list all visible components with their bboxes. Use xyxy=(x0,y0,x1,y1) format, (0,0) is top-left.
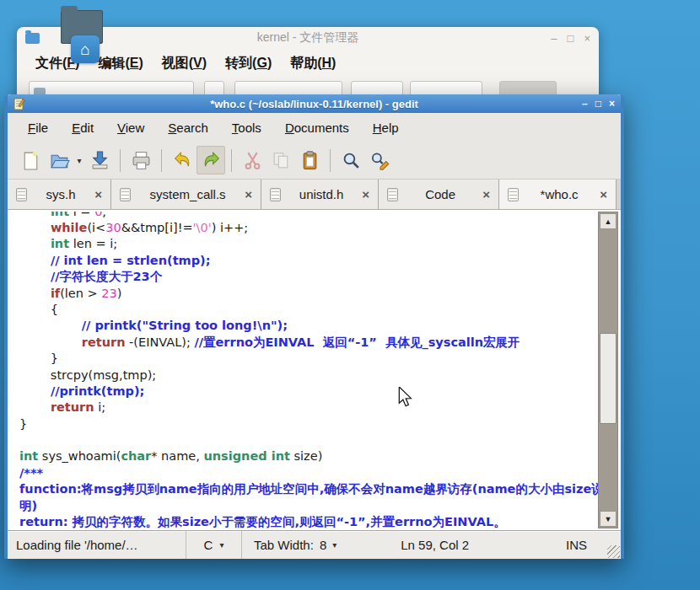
close-icon[interactable]: × xyxy=(584,32,590,45)
gedit-statusbar: Loading file '/home/… C ▾ Tab Width: 8 ▾… xyxy=(8,530,621,559)
tab-close-icon[interactable]: × xyxy=(362,187,369,201)
resize-grip[interactable] xyxy=(607,545,620,558)
code-line: int sys_whoami(char* name, unsigned int … xyxy=(19,448,597,464)
code-line: if(len > 23) xyxy=(19,286,597,302)
tab-close-icon[interactable]: × xyxy=(482,187,490,201)
gedit-title: *who.c (~/oslab/linux-0.11/kernel) - ged… xyxy=(8,98,621,110)
paste-icon[interactable] xyxy=(295,146,324,174)
code-line: function:将msg拷贝到name指向的用户地址空间中,确保不会对name… xyxy=(19,481,597,497)
menu-item-f[interactable]: File xyxy=(16,117,60,138)
menu-item-d[interactable]: Documents xyxy=(273,117,361,138)
code-line: return: 拷贝的字符数。如果size小于需要的空间,则返回“-1”,并置e… xyxy=(19,514,597,530)
chevron-down-icon: ▾ xyxy=(332,540,337,550)
input-mode: INS xyxy=(566,538,587,552)
tab-system_call.s[interactable]: system_call.s× xyxy=(111,180,261,209)
language-selector[interactable]: C ▾ xyxy=(186,531,242,559)
minimize-icon[interactable]: – xyxy=(582,98,588,110)
toolbar-separator xyxy=(120,149,121,172)
code-line: } xyxy=(19,416,597,432)
gedit-toolbar: ▾ xyxy=(8,142,621,180)
code-line: // printk("String too long!\n"); xyxy=(19,318,597,334)
menu-item-h[interactable]: Help xyxy=(361,117,411,138)
code-line: //printk(tmp); xyxy=(19,384,597,400)
mouse-arrow-icon xyxy=(396,387,413,407)
menu-item-e[interactable]: Edit xyxy=(60,117,105,138)
new-document-icon[interactable] xyxy=(16,146,45,174)
copy-icon xyxy=(267,146,295,174)
close-icon[interactable]: × xyxy=(609,98,615,110)
code-line: return -(EINVAL); //置errno为EINVAL 返回“-1”… xyxy=(19,335,597,351)
code-line: /*** xyxy=(19,465,597,481)
tab-unistd.h[interactable]: unistd.h× xyxy=(261,180,379,209)
find-icon[interactable] xyxy=(337,146,365,174)
minimize-icon[interactable]: – xyxy=(551,32,557,45)
tab-sys.h[interactable]: sys.h× xyxy=(8,180,111,209)
gedit-tabbar: sys.h×system_call.s×unistd.h×Code×*who.c… xyxy=(8,180,621,210)
document-icon xyxy=(387,188,398,201)
folder-icon xyxy=(25,33,40,44)
toolbar-separator xyxy=(330,149,331,172)
menu-item-v[interactable]: 视图(V) xyxy=(155,53,213,74)
menu-item-h[interactable]: 帮助(H) xyxy=(283,53,342,74)
code-line: return i; xyxy=(19,400,597,416)
code-editor-content: int i = 0; while(i<30&&tmp[i]!='\0') i++… xyxy=(8,212,597,530)
code-line: { xyxy=(19,302,597,318)
save-icon[interactable] xyxy=(85,146,114,174)
gedit-titlebar[interactable]: *who.c (~/oslab/linux-0.11/kernel) - ged… xyxy=(8,94,621,113)
tab-close-icon[interactable]: × xyxy=(600,187,607,201)
gedit-notepad-icon xyxy=(13,97,25,110)
redo-icon[interactable] xyxy=(197,146,225,174)
open-dropdown-icon[interactable]: ▾ xyxy=(73,156,85,165)
status-loading-message: Loading file '/home/… xyxy=(8,531,186,559)
toolbar-separator xyxy=(161,149,162,172)
cut-icon xyxy=(238,146,267,174)
scroll-down-icon[interactable]: ▼ xyxy=(600,511,617,527)
scrollbar-thumb[interactable] xyxy=(600,333,617,424)
code-line: int len = i; xyxy=(19,236,597,252)
scroll-up-icon[interactable]: ▲ xyxy=(600,213,617,229)
code-line: while(i<30&&tmp[i]!='\0') i++; xyxy=(19,220,597,236)
chevron-down-icon: ▾ xyxy=(219,540,223,550)
menu-item-t[interactable]: Tools xyxy=(220,117,273,138)
tab-label: sys.h xyxy=(34,187,88,201)
document-icon xyxy=(120,188,131,201)
print-icon[interactable] xyxy=(127,146,155,174)
maximize-icon[interactable]: □ xyxy=(568,32,574,45)
code-line: // int len = strlen(tmp); xyxy=(19,253,597,269)
menu-item-s[interactable]: Search xyxy=(156,117,220,138)
tab-label: *who.c xyxy=(525,187,593,201)
code-line xyxy=(19,432,597,448)
tab-label: unistd.h xyxy=(288,187,355,201)
gedit-window: *who.c (~/oslab/linux-0.11/kernel) - ged… xyxy=(4,94,624,559)
undo-icon[interactable] xyxy=(168,146,197,174)
menu-item-g[interactable]: 转到(G) xyxy=(218,53,278,74)
code-line: int i = 0; xyxy=(19,212,597,220)
menu-item-v[interactable]: View xyxy=(105,117,156,138)
tab-Code[interactable]: Code× xyxy=(379,180,499,209)
code-line: } xyxy=(19,351,597,367)
find-replace-icon[interactable] xyxy=(365,146,394,174)
toolbar-separator xyxy=(231,149,232,172)
vertical-scrollbar[interactable]: ▲ ▼ xyxy=(598,212,618,528)
tab-width-selector[interactable]: Tab Width: 8 ▾ xyxy=(242,531,348,559)
code-line: 明) xyxy=(19,498,597,514)
tab-close-icon[interactable]: × xyxy=(245,187,252,201)
cursor-position: Ln 59, Col 2 xyxy=(401,538,469,552)
maximize-icon[interactable]: □ xyxy=(595,98,601,110)
code-line: strcpy(msg,tmp); xyxy=(19,367,597,384)
tab-label: Code xyxy=(405,187,476,201)
code-line: //字符长度大于23个 xyxy=(19,269,597,285)
gedit-menubar: FileEditViewSearchToolsDocumentsHelp xyxy=(8,113,621,142)
gedit-text-area[interactable]: int i = 0; while(i<30&&tmp[i]!='\0') i++… xyxy=(8,210,621,530)
tab-who.c[interactable]: *who.c× xyxy=(499,180,617,209)
tab-close-icon[interactable]: × xyxy=(94,187,102,201)
open-icon[interactable] xyxy=(45,146,73,174)
document-icon xyxy=(270,188,281,201)
language-value: C xyxy=(204,538,213,552)
tab-width-value: 8 xyxy=(320,538,326,552)
desktop-home-icon[interactable]: ⌂ xyxy=(59,5,110,72)
document-icon xyxy=(16,188,27,201)
tab-width-label: Tab Width: xyxy=(254,538,314,552)
home-icon: ⌂ xyxy=(71,35,100,63)
document-icon xyxy=(508,188,519,201)
